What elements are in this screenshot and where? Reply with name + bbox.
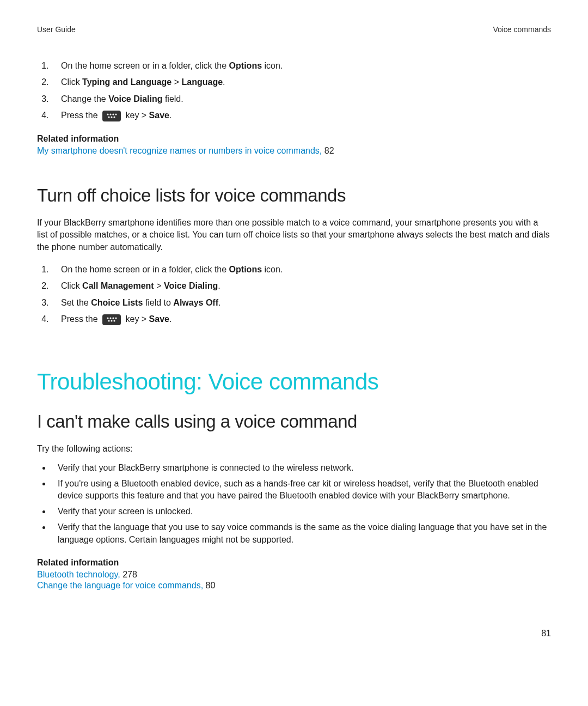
bold-term: Language bbox=[182, 77, 223, 87]
step-text: . bbox=[169, 314, 171, 324]
bullet-item: Verify that your screen is unlocked. bbox=[51, 506, 551, 518]
actions-bullet-list: Verify that your BlackBerry smartphone i… bbox=[37, 462, 551, 546]
chapter-heading-troubleshooting: Troubleshooting: Voice commands bbox=[37, 369, 551, 395]
bold-term: Options bbox=[229, 61, 262, 70]
step-text: On the home screen or in a folder, click… bbox=[61, 265, 229, 274]
step-text: icon. bbox=[262, 61, 283, 70]
section-heading-choice-lists: Turn off choice lists for voice commands bbox=[37, 185, 551, 206]
related-link[interactable]: My smartphone doesn't recognize names or… bbox=[37, 146, 322, 155]
step-item: Click Typing and Language > Language. bbox=[51, 76, 551, 88]
step-text: . bbox=[169, 111, 171, 120]
svg-point-11 bbox=[111, 320, 112, 321]
svg-point-7 bbox=[107, 317, 108, 319]
menu-key-icon bbox=[102, 314, 121, 325]
bullet-item: If you're using a Bluetooth enabled devi… bbox=[51, 478, 551, 502]
svg-point-4 bbox=[111, 116, 112, 118]
related-links-block: Bluetooth technology, 278Change the lang… bbox=[37, 570, 551, 591]
bold-term: Options bbox=[229, 265, 262, 274]
header-right: Voice commands bbox=[493, 25, 551, 34]
related-link[interactable]: Bluetooth technology, bbox=[37, 570, 120, 579]
menu-key-icon bbox=[102, 111, 121, 121]
related-link-line: My smartphone doesn't recognize names or… bbox=[37, 146, 551, 156]
svg-point-13 bbox=[115, 317, 117, 319]
page-number: 81 bbox=[37, 629, 551, 638]
step-text: . bbox=[223, 77, 225, 87]
step-text: Press the bbox=[61, 111, 100, 120]
step-text: . bbox=[218, 281, 220, 290]
bold-term: Typing and Language bbox=[82, 77, 171, 87]
svg-point-5 bbox=[113, 116, 115, 118]
step-text: key > bbox=[123, 111, 149, 120]
step-item: On the home screen or in a folder, click… bbox=[51, 60, 551, 72]
step-text: Change the bbox=[61, 94, 108, 104]
related-link-line: Change the language for voice commands, … bbox=[37, 581, 551, 591]
svg-point-12 bbox=[113, 320, 115, 321]
step-text: Press the bbox=[61, 314, 100, 324]
running-header: User Guide Voice commands bbox=[37, 25, 551, 34]
bold-term: Save bbox=[149, 111, 169, 120]
related-info-heading: Related information bbox=[37, 134, 551, 144]
related-info-heading: Related information bbox=[37, 558, 551, 568]
step-item: On the home screen or in a folder, click… bbox=[51, 264, 551, 276]
bullet-item: Verify that the language that you use to… bbox=[51, 521, 551, 546]
related-link-line: Bluetooth technology, 278 bbox=[37, 570, 551, 580]
step-text: > bbox=[171, 77, 181, 87]
bold-term: Call Management bbox=[82, 281, 154, 290]
bold-term: Voice Dialing bbox=[108, 94, 162, 104]
step-text: On the home screen or in a folder, click… bbox=[61, 61, 229, 70]
step-text: icon. bbox=[262, 265, 283, 274]
step-item: Click Call Management > Voice Dialing. bbox=[51, 280, 551, 292]
svg-point-0 bbox=[107, 113, 108, 115]
step-text: Click bbox=[61, 77, 82, 87]
step-text: > bbox=[154, 281, 164, 290]
svg-point-6 bbox=[115, 113, 117, 115]
step-item: Set the Choice Lists field to Always Off… bbox=[51, 297, 551, 309]
step-text: Set the bbox=[61, 298, 91, 307]
related-link[interactable]: Change the language for voice commands, bbox=[37, 581, 203, 590]
related-page-ref: 80 bbox=[203, 581, 215, 590]
step-item: Change the Voice Dialing field. bbox=[51, 93, 551, 105]
document-page: User Guide Voice commands On the home sc… bbox=[0, 0, 588, 660]
svg-point-1 bbox=[109, 113, 111, 115]
bold-term: Choice Lists bbox=[91, 298, 143, 307]
svg-point-10 bbox=[108, 320, 109, 321]
related-page-ref: 278 bbox=[120, 570, 137, 579]
svg-point-3 bbox=[108, 116, 109, 118]
try-actions-lead: Try the following actions: bbox=[37, 443, 551, 455]
step-text: field to bbox=[143, 298, 173, 307]
section-heading-cant-make-calls: I can't make calls using a voice command bbox=[37, 411, 551, 432]
step-text: . bbox=[218, 298, 220, 307]
bold-term: Voice Dialing bbox=[164, 281, 218, 290]
bullet-item: Verify that your BlackBerry smartphone i… bbox=[51, 462, 551, 474]
step-text: Click bbox=[61, 281, 82, 290]
step-text: key > bbox=[123, 314, 149, 324]
svg-point-8 bbox=[109, 317, 111, 319]
step-item: Press the key > Save. bbox=[51, 313, 551, 325]
bold-term: Save bbox=[149, 314, 169, 324]
step-text: field. bbox=[162, 94, 183, 104]
svg-point-9 bbox=[112, 317, 114, 319]
svg-point-2 bbox=[112, 113, 114, 115]
section-paragraph: If your BlackBerry smartphone identifies… bbox=[37, 217, 551, 254]
steps-list-mid: On the home screen or in a folder, click… bbox=[37, 264, 551, 326]
header-left: User Guide bbox=[37, 25, 76, 34]
bold-term: Always Off bbox=[173, 298, 218, 307]
steps-list-top: On the home screen or in a folder, click… bbox=[37, 60, 551, 122]
step-item: Press the key > Save. bbox=[51, 109, 551, 121]
related-page-ref: 82 bbox=[322, 146, 334, 155]
